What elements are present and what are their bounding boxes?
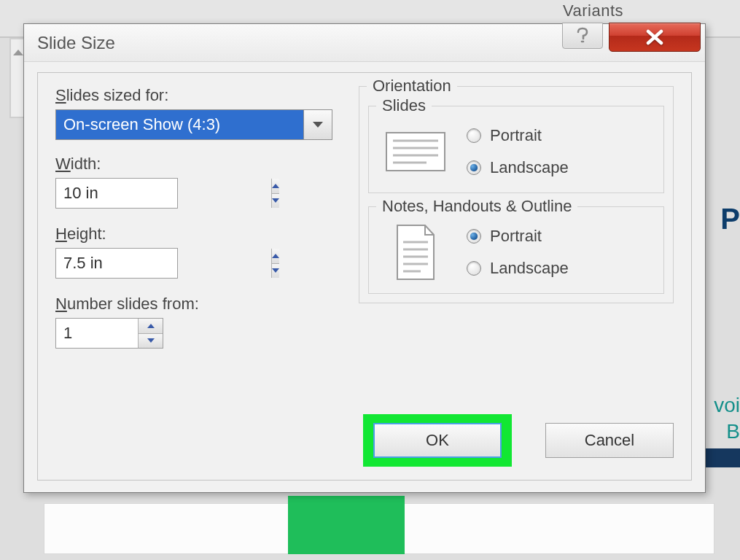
slide-size-dialog: Slide Size Slides sized for: On-screen S… bbox=[23, 23, 706, 493]
height-label: Height: bbox=[55, 225, 347, 244]
height-spin-down[interactable] bbox=[272, 264, 279, 279]
number-from-spinner[interactable] bbox=[55, 318, 163, 349]
number-from-input[interactable] bbox=[56, 319, 138, 348]
notes-orientation-fieldset: Notes, Handouts & Outline bbox=[368, 206, 664, 294]
combo-dropdown-button[interactable] bbox=[303, 109, 332, 140]
ribbon-group-label: Variants bbox=[563, 1, 623, 20]
right-column: Orientation Slides bbox=[359, 86, 674, 306]
arrow-up-icon bbox=[272, 184, 279, 188]
width-spin-up[interactable] bbox=[272, 179, 279, 194]
chevron-down-icon bbox=[313, 122, 323, 128]
number-from-spin-up[interactable] bbox=[139, 319, 163, 334]
arrow-down-icon bbox=[147, 338, 155, 343]
width-label: Width: bbox=[55, 155, 347, 174]
ok-button[interactable]: OK bbox=[373, 423, 502, 458]
dialog-content: Slides sized for: On-screen Show (4:3) W… bbox=[37, 72, 692, 481]
orientation-legend: Orientation bbox=[367, 77, 457, 96]
ok-highlight: OK bbox=[363, 414, 512, 467]
slides-portrait-radio[interactable]: Portrait bbox=[467, 126, 569, 145]
slides-legend: Slides bbox=[376, 96, 432, 115]
bg-highlight-shape bbox=[288, 496, 405, 554]
left-column: Slides sized for: On-screen Show (4:3) W… bbox=[55, 86, 347, 365]
close-icon bbox=[645, 29, 664, 45]
portrait-page-icon bbox=[383, 223, 448, 281]
radio-icon bbox=[467, 128, 481, 143]
orientation-fieldset: Orientation Slides bbox=[359, 86, 674, 303]
arrow-down-icon bbox=[272, 198, 279, 203]
combo-selected-value: On-screen Show (4:3) bbox=[55, 109, 303, 140]
landscape-page-icon bbox=[383, 122, 448, 181]
width-spin-down[interactable] bbox=[272, 194, 279, 209]
slides-sized-for-combo[interactable]: On-screen Show (4:3) bbox=[55, 109, 332, 140]
arrow-up-icon bbox=[147, 324, 155, 328]
arrow-up-icon bbox=[272, 254, 279, 258]
height-spinner[interactable] bbox=[55, 248, 178, 279]
radio-icon bbox=[467, 160, 481, 175]
width-spinner[interactable] bbox=[55, 178, 178, 209]
radio-label: Portrait bbox=[490, 227, 542, 246]
dialog-titlebar: Slide Size bbox=[24, 24, 705, 62]
cancel-button[interactable]: Cancel bbox=[545, 423, 674, 458]
radio-icon bbox=[467, 229, 481, 244]
notes-legend: Notes, Handouts & Outline bbox=[376, 197, 577, 216]
height-spin-up[interactable] bbox=[272, 249, 279, 264]
radio-label: Landscape bbox=[490, 158, 569, 177]
dialog-title: Slide Size bbox=[37, 33, 115, 53]
bg-text-fragment-2: voi bbox=[714, 394, 740, 417]
slides-sized-for-label: Slides sized for: bbox=[55, 86, 347, 105]
radio-label: Portrait bbox=[490, 126, 542, 145]
number-from-label: Number slides from: bbox=[55, 295, 347, 314]
radio-icon bbox=[467, 261, 481, 276]
number-from-spin-down[interactable] bbox=[139, 334, 163, 349]
bg-text-fragment-1: P bbox=[720, 203, 740, 236]
bg-text-fragment-3: B bbox=[726, 420, 740, 443]
bg-shape bbox=[704, 448, 740, 467]
notes-landscape-radio[interactable]: Landscape bbox=[467, 259, 569, 278]
height-input[interactable] bbox=[56, 249, 271, 278]
radio-label: Landscape bbox=[490, 259, 569, 278]
close-button[interactable] bbox=[609, 23, 701, 52]
arrow-down-icon bbox=[272, 268, 279, 273]
svg-rect-0 bbox=[386, 133, 445, 171]
help-icon bbox=[575, 27, 590, 44]
dialog-buttons: OK Cancel bbox=[363, 414, 674, 467]
width-input[interactable] bbox=[56, 179, 271, 208]
help-button[interactable] bbox=[562, 23, 603, 49]
slides-landscape-radio[interactable]: Landscape bbox=[467, 158, 569, 177]
slides-orientation-fieldset: Slides bbox=[368, 106, 664, 193]
notes-portrait-radio[interactable]: Portrait bbox=[467, 227, 569, 246]
